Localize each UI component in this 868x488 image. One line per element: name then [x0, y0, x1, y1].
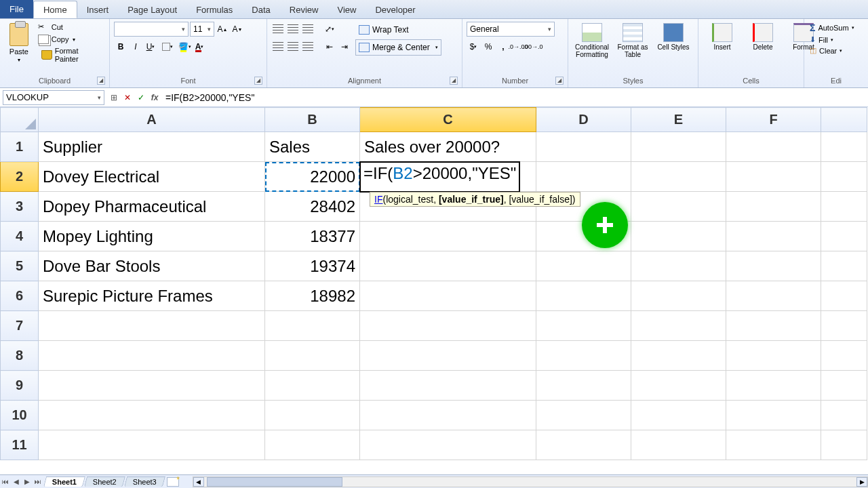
bold-button[interactable]: B [114, 39, 127, 54]
cell-F7[interactable] [726, 311, 821, 341]
shrink-font-button[interactable]: A▼ [231, 22, 244, 37]
cell-G8[interactable] [821, 341, 867, 371]
clipboard-launcher[interactable]: ◢ [97, 77, 105, 85]
cell-E5[interactable] [631, 251, 726, 281]
tab-home[interactable]: Home [33, 1, 77, 18]
cell-D7[interactable] [536, 311, 631, 341]
cell-D10[interactable] [536, 401, 631, 430]
cell-E2[interactable] [631, 162, 726, 192]
scroll-thumb[interactable] [207, 477, 342, 487]
range-selector-button[interactable]: ⊞ [107, 91, 121, 104]
row-header-6[interactable]: 6 [1, 281, 39, 311]
cell-B10[interactable] [265, 401, 360, 430]
cell-E11[interactable] [631, 430, 726, 460]
cell-D9[interactable] [536, 371, 631, 401]
horizontal-scrollbar[interactable]: ◀ ▶ [193, 476, 868, 487]
sheet-nav-prev[interactable]: ◀ [11, 476, 22, 487]
col-header-D[interactable]: D [536, 108, 631, 132]
tooltip-arg2[interactable]: [value_if_true] [439, 194, 504, 205]
format-as-table-button[interactable]: Format as Table [613, 22, 652, 60]
cell-A3[interactable]: Dopey Pharmaceutical [39, 192, 265, 222]
cell-E4[interactable] [631, 222, 726, 251]
insert-cells-button[interactable]: Insert [703, 22, 742, 52]
cell-G6[interactable] [821, 281, 867, 311]
cell-A4[interactable]: Mopey Lighting [39, 222, 265, 251]
cell-A6[interactable]: Surepic Picture Frames [39, 281, 265, 311]
cell-F11[interactable] [726, 430, 821, 460]
clear-button[interactable]: ◫Clear▾ [808, 45, 856, 56]
cell-C2[interactable]: =IF(B2>20000,"YES" IF(logical_test, [val… [360, 162, 536, 192]
tab-formulas[interactable]: Formulas [186, 1, 242, 18]
increase-indent-button[interactable]: ⇥ [338, 39, 351, 54]
cell-D1[interactable] [536, 132, 631, 162]
cell-F5[interactable] [726, 251, 821, 281]
conditional-formatting-button[interactable]: Conditional Formatting [572, 22, 612, 60]
sheet-nav-first[interactable]: ⏮ [0, 476, 11, 487]
format-painter-button[interactable]: Format Painter [37, 46, 105, 64]
tab-page-layout[interactable]: Page Layout [118, 1, 186, 18]
cell-F1[interactable] [726, 132, 821, 162]
cell-E9[interactable] [631, 371, 726, 401]
cell-G4[interactable] [821, 222, 867, 251]
tooltip-fn-link[interactable]: IF [374, 194, 382, 205]
cell-F3[interactable] [726, 192, 821, 222]
cell-G5[interactable] [821, 251, 867, 281]
cell-B6[interactable]: 18982 [265, 281, 360, 311]
cell-C6[interactable] [360, 281, 536, 311]
row-header-5[interactable]: 5 [1, 251, 39, 281]
row-header-11[interactable]: 11 [1, 430, 39, 460]
autosum-button[interactable]: ΣAutoSum▾ [808, 22, 856, 34]
scroll-left-button[interactable]: ◀ [193, 477, 204, 487]
cell-C1[interactable]: Sales over 20000? [360, 132, 536, 162]
row-header-7[interactable]: 7 [1, 311, 39, 341]
fill-color-button[interactable]: 🪣▾ [178, 39, 191, 54]
decrease-decimal-button[interactable]: .00→.0 [526, 39, 540, 54]
cell-B8[interactable] [265, 341, 360, 371]
cell-G10[interactable] [821, 401, 867, 430]
cell-C7[interactable] [360, 311, 536, 341]
col-header-F[interactable]: F [726, 108, 821, 132]
cell-B9[interactable] [265, 371, 360, 401]
tab-review[interactable]: Review [280, 1, 328, 18]
col-header-B[interactable]: B [265, 108, 360, 132]
cell-G1[interactable] [821, 132, 867, 162]
paste-button[interactable]: Paste ▾ [4, 22, 34, 63]
percent-button[interactable]: % [481, 39, 495, 54]
cell-A11[interactable] [39, 430, 265, 460]
cell-A1[interactable]: Supplier [39, 132, 265, 162]
cell-C4[interactable] [360, 222, 536, 251]
font-size-combo[interactable]: 11▾ [190, 22, 214, 37]
orientation-button[interactable]: ⤢▾ [323, 22, 336, 37]
accounting-button[interactable]: $▾ [467, 39, 480, 54]
tooltip-arg3[interactable]: [value_if_false] [509, 194, 572, 205]
align-bottom-button[interactable] [301, 22, 315, 37]
cell-A2[interactable]: Dovey Electrical [39, 162, 265, 192]
tooltip-arg1[interactable]: logical_test [386, 194, 433, 205]
tab-data[interactable]: Data [242, 1, 279, 18]
merge-center-button[interactable]: Merge & Center▾ [355, 39, 441, 56]
cell-B1[interactable]: Sales [265, 132, 360, 162]
tab-developer[interactable]: Developer [366, 1, 425, 18]
cell-E8[interactable] [631, 341, 726, 371]
sheet-tab-3[interactable]: Sheet3 [124, 476, 165, 487]
fx-button[interactable]: fx [148, 91, 161, 104]
cell-G3[interactable] [821, 192, 867, 222]
cell-C8[interactable] [360, 341, 536, 371]
font-launcher[interactable]: ◢ [254, 77, 262, 85]
cell-F6[interactable] [726, 281, 821, 311]
cell-editor[interactable]: =IF(B2>20000,"YES" [359, 161, 520, 192]
row-header-10[interactable]: 10 [1, 401, 39, 430]
number-format-combo[interactable]: General▾ [467, 22, 555, 37]
cell-E1[interactable] [631, 132, 726, 162]
italic-button[interactable]: I [129, 39, 142, 54]
cell-C11[interactable] [360, 430, 536, 460]
number-launcher[interactable]: ◢ [555, 77, 564, 85]
sheet-tab-1[interactable]: Sheet1 [43, 476, 85, 487]
formula-input[interactable] [161, 92, 868, 103]
sheet-nav-next[interactable]: ▶ [22, 476, 33, 487]
col-header-E[interactable]: E [631, 108, 726, 132]
cut-button[interactable]: ✂Cut [37, 22, 105, 33]
grid[interactable]: A B C D E F 1 Supplier Sales Sales over … [0, 107, 868, 474]
cell-F2[interactable] [726, 162, 821, 192]
cell-C9[interactable] [360, 371, 536, 401]
